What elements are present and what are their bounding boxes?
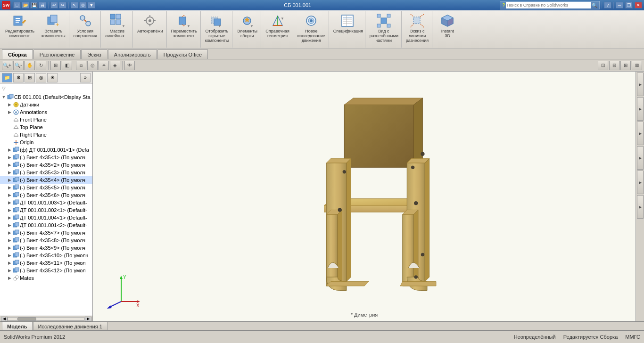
tree-item-screw1[interactable]: ▶ (-) Винт 4х35<1> (По умолч — [0, 154, 92, 161]
pan-btn[interactable]: ✋ — [25, 61, 35, 70]
expand-screw6[interactable]: ▶ — [7, 192, 12, 198]
right-panel-btn6[interactable]: ▶ — [637, 195, 644, 219]
tree-item-front-plane[interactable]: Front Plane — [0, 116, 92, 123]
display-manager-btn[interactable]: ☀ — [47, 73, 58, 82]
zoom-in-btn[interactable]: 🔍+ — [2, 61, 12, 70]
tab-layout[interactable]: Расположение — [33, 49, 81, 59]
rebuild-btn[interactable]: ⚙ — [79, 2, 87, 8]
tree-item-screw10[interactable]: ▶ (-) Винт 4х35<10> (По умолч — [0, 252, 92, 259]
vp-4-btn[interactable]: ⊠ — [632, 61, 642, 70]
print-btn[interactable]: 🖨 — [39, 2, 46, 8]
expand-screw5[interactable]: ▶ — [7, 185, 12, 190]
expand-comp8[interactable]: ▶ — [7, 200, 12, 205]
tree-item-sensors[interactable]: ▶ Датчики — [0, 101, 92, 108]
feature-manager-btn[interactable]: 📁 — [2, 73, 12, 82]
display-mode-btn[interactable]: ◧ — [62, 61, 72, 70]
expand-screw3[interactable]: ▶ — [7, 170, 12, 175]
search-icon[interactable]: 🔍 — [592, 3, 597, 8]
section-view-btn[interactable]: ⊞ — [50, 61, 61, 70]
tree-item-screw3[interactable]: ▶ (-) Винт 4х35<3> (По умолч — [0, 169, 92, 176]
expand-screw4[interactable]: ▶ — [7, 177, 12, 183]
expand-screw7[interactable]: ▶ — [7, 230, 12, 236]
sidebar-hscroll[interactable]: ◀ ▶ — [0, 316, 92, 321]
hscroll-left-btn[interactable]: ◀ — [1, 317, 8, 321]
hscroll-track[interactable] — [8, 317, 85, 321]
tree-item-comp1[interactable]: ▶ (ф) ДТ 001.001.001<1> (Defa — [0, 146, 92, 154]
feature-tree-content[interactable]: ▼ СБ 001.001 (Default<Display Sta ▶ Датч… — [0, 93, 92, 316]
explode-view-btn[interactable]: Вид сразнесённымичастями — [368, 12, 399, 44]
view-orient-btn[interactable]: ⧈ — [76, 61, 86, 70]
restore-btn[interactable]: ❐ — [625, 2, 633, 8]
expand-comp11[interactable]: ▶ — [7, 222, 12, 228]
expand-screw10[interactable]: ▶ — [7, 253, 12, 258]
tree-item-screw7[interactable]: ▶ (-) Винт 4х35<7> (По умолч — [0, 229, 92, 237]
right-panel-btn1[interactable]: ▶ — [637, 73, 644, 96]
rotate-btn[interactable]: ↻ — [36, 61, 46, 70]
vp-split-v-btn[interactable]: ⊟ — [609, 61, 619, 70]
linear-btn[interactable]: ▼ Массивлинейных ... — [104, 12, 131, 40]
scene-btn[interactable]: ◎ — [87, 61, 98, 70]
expand-screw12[interactable]: ▶ — [7, 268, 12, 273]
config-manager-btn[interactable]: ⊞ — [25, 73, 35, 82]
vp-split-h-btn[interactable]: ⊞ — [620, 61, 631, 70]
appearance-btn[interactable]: ◈ — [110, 61, 120, 70]
hscroll-thumb[interactable] — [17, 318, 36, 320]
right-panel-btn4[interactable]: ▶ — [637, 146, 644, 170]
tree-item-screw6[interactable]: ▶ (-) Винт 4х35<6> (По умолч — [0, 191, 92, 199]
minimize-btn[interactable]: ─ — [616, 2, 623, 8]
expand-screw9[interactable]: ▶ — [7, 245, 12, 251]
options-btn[interactable]: ▼ — [88, 2, 95, 8]
3d-viewport[interactable]: Y X * Диметрия — [93, 72, 636, 321]
select-btn[interactable]: ↖ — [71, 2, 78, 8]
tree-item-right-plane[interactable]: Right Plane — [0, 131, 92, 139]
tab-products[interactable]: Продукты Office — [157, 49, 208, 59]
tab-sketch[interactable]: Эскиз — [81, 49, 107, 59]
edit-component-btn[interactable]: Редактироватькомпонент — [4, 12, 35, 40]
tree-item-screw11[interactable]: ▶ (-) Винт 4х35<11> (По умол — [0, 259, 92, 267]
expand-comp1[interactable]: ▶ — [7, 147, 12, 153]
autofix-btn[interactable]: Автокрепёжи — [136, 12, 165, 35]
tree-item-screw5[interactable]: ▶ (-) Винт 4х35<5> (По умолч — [0, 184, 92, 191]
move-btn[interactable]: ▼ Переместитькомпонент — [170, 12, 198, 40]
tree-item-mates[interactable]: ▶ Mates — [0, 274, 92, 282]
reference-btn[interactable]: ▼ Справочнаягеометрия — [264, 12, 290, 40]
expand-screw11[interactable]: ▶ — [7, 260, 12, 266]
expand-mates[interactable]: ▶ — [7, 275, 12, 281]
expand-sensors[interactable]: ▶ — [7, 102, 12, 107]
right-panel-btn2[interactable]: ▶ — [637, 97, 644, 121]
expand-comp9[interactable]: ▶ — [7, 207, 12, 213]
conditions-btn[interactable]: Условиясопряжения — [72, 12, 99, 40]
instant3d-btn[interactable]: Instant3D — [436, 12, 459, 40]
tab-assembly[interactable]: Сборка — [2, 49, 33, 59]
cam-manager-btn[interactable]: ◎ — [36, 73, 46, 82]
sidebar-expand-btn[interactable]: » — [80, 73, 91, 82]
tree-item-comp8[interactable]: ▶ ДТ 001.001.003<1> (Default- — [0, 199, 92, 206]
tab-model[interactable]: Модель — [2, 322, 33, 330]
show-hide-btn[interactable]: ▼ Отобразитьскрытыекомпоненты — [204, 12, 231, 44]
tab-motion-study[interactable]: Исследование движения 1 — [33, 322, 107, 330]
expand-annotations[interactable]: ▶ — [7, 109, 12, 115]
expand-root[interactable]: ▼ — [1, 94, 7, 100]
zoom-out-btn[interactable]: 🔍- — [13, 61, 24, 70]
tree-item-annotations[interactable]: ▶ A Annotations — [0, 108, 92, 116]
new-btn[interactable]: □ — [13, 2, 21, 8]
hscroll-right-btn[interactable]: ▶ — [85, 317, 91, 321]
tree-item-origin[interactable]: Origin — [0, 139, 92, 146]
undo-btn[interactable]: ↩ — [50, 2, 58, 8]
expand-screw2[interactable]: ▶ — [7, 162, 12, 168]
tree-item-comp11[interactable]: ▶ ДТ 001.001.001<2> (Default- — [0, 221, 92, 229]
tree-item-top-plane[interactable]: Top Plane — [0, 123, 92, 131]
expand-screw1[interactable]: ▶ — [7, 155, 12, 160]
new-study-btn[interactable]: Новоеисследованиедвижения — [296, 12, 327, 44]
insert-components-btn[interactable]: + Вставитькомпоненты — [40, 12, 67, 40]
assembly-items-btn[interactable]: ▼ Элементысборки — [235, 12, 259, 40]
right-panel-btn3[interactable]: ▶ — [637, 122, 644, 145]
explode-sketch-btn[interactable]: Эскиз слиниямиразнесения — [405, 12, 430, 44]
tree-item-screw4[interactable]: ▶ (-) Винт 4х35<4> (По умолч — [0, 176, 92, 184]
specification-btn[interactable]: Спецификация — [332, 12, 363, 35]
tree-item-screw12[interactable]: ▶ (-) Винт 4х35<12> (По умол — [0, 267, 92, 274]
property-manager-btn[interactable]: ⚙ — [13, 73, 24, 82]
help-btn[interactable]: ? — [604, 2, 611, 8]
vp-max-btn[interactable]: ⊡ — [598, 61, 608, 70]
search-input[interactable] — [506, 2, 591, 8]
